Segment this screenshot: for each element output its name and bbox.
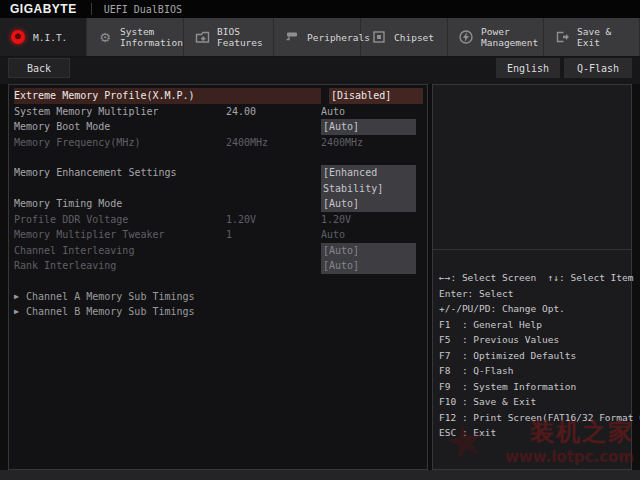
tab-label: Chipset bbox=[394, 32, 434, 43]
setting-mid-value bbox=[226, 88, 321, 104]
firmware-title: UEFI DualBIOS bbox=[92, 4, 182, 15]
setting-label: Memory Enhancement Settings bbox=[14, 165, 226, 181]
setting-mid-value: 2400MHz bbox=[226, 135, 321, 151]
toolbar: Back English Q-Flash bbox=[0, 57, 640, 84]
title-bar: GIGABYTE UEFI DualBIOS bbox=[0, 0, 640, 18]
tab-power-management[interactable]: Power Management bbox=[448, 18, 544, 56]
setting-value-field[interactable]: Auto bbox=[321, 104, 416, 120]
help-line: ←→: Select Screen ↑↓: Select Item bbox=[439, 270, 625, 286]
setting-row-memory-enhancement[interactable]: Memory Enhancement Settings [Enhanced St… bbox=[9, 165, 427, 196]
back-button[interactable]: Back bbox=[8, 58, 70, 78]
setting-label: Extreme Memory Profile(X.M.P.) bbox=[14, 88, 226, 104]
setting-value-field[interactable]: [Auto] bbox=[321, 196, 416, 212]
folder-plus-icon bbox=[194, 29, 210, 45]
setting-row-memory-boot-mode[interactable]: Memory Boot Mode [Auto] bbox=[9, 119, 427, 135]
help-line: F9 : System Information bbox=[439, 379, 625, 395]
setting-row-xmp[interactable]: Extreme Memory Profile(X.M.P.) [Disabled… bbox=[9, 88, 427, 104]
submenu-label: Channel B Memory Sub Timings bbox=[26, 304, 195, 320]
setting-mid-value: 24.00 bbox=[226, 104, 321, 120]
setting-value-field[interactable]: [Enhanced Stability] bbox=[321, 165, 416, 196]
gear-icon: ⚙ bbox=[97, 29, 113, 45]
setting-row-system-memory-multiplier[interactable]: System Memory Multiplier 24.00 Auto bbox=[9, 104, 427, 120]
exit-icon bbox=[554, 29, 570, 45]
help-line: F5 : Previous Values bbox=[439, 332, 625, 348]
submenu-arrow-icon: ▶ bbox=[14, 304, 26, 320]
setting-row-memory-frequency: Memory Frequency(MHz) 2400MHz 2400MHz bbox=[9, 135, 427, 151]
submenu-arrow-icon: ▶ bbox=[14, 289, 26, 305]
tab-label: Power Management bbox=[481, 26, 538, 48]
help-line: F10 : Save & Exit bbox=[439, 394, 625, 410]
setting-label: Channel Interleaving bbox=[14, 243, 226, 259]
setting-label: System Memory Multiplier bbox=[14, 104, 226, 120]
help-line: Enter: Select bbox=[439, 286, 625, 302]
tab-label: BIOS Features bbox=[217, 26, 267, 48]
setting-row-memory-multiplier-tweaker: Memory Multiplier Tweaker 1 Auto bbox=[9, 227, 427, 243]
tab-bios-features[interactable]: BIOS Features bbox=[184, 18, 274, 56]
help-line: F8 : Q-Flash bbox=[439, 363, 625, 379]
setting-row-memory-timing-mode[interactable]: Memory Timing Mode [Auto] bbox=[9, 196, 427, 212]
setting-row-channel-interleaving: Channel Interleaving [Auto] bbox=[9, 243, 427, 259]
setting-value-field: [Auto] bbox=[321, 243, 416, 259]
help-panel: ←→: Select Screen ↑↓: Select Item Enter:… bbox=[432, 84, 632, 470]
setting-label: Memory Multiplier Tweaker bbox=[14, 227, 226, 243]
setting-mid-value: 1 bbox=[226, 227, 321, 243]
submenu-channel-a-sub-timings[interactable]: ▶ Channel A Memory Sub Timings bbox=[9, 289, 427, 305]
setting-value-field[interactable]: [Disabled] bbox=[329, 88, 423, 104]
tab-system-information[interactable]: ⚙ System Information bbox=[87, 18, 184, 56]
setting-value-field: 1.20V bbox=[321, 212, 416, 228]
help-line: F12 : Print Screen(FAT16/32 Format Only) bbox=[439, 410, 625, 426]
setting-label: Profile DDR Voltage bbox=[14, 212, 226, 228]
help-line: F1 : General Help bbox=[439, 317, 625, 333]
top-tab-bar: M.I.T. ⚙ System Information BIOS Feature… bbox=[0, 18, 640, 57]
key-legend: ←→: Select Screen ↑↓: Select Item Enter:… bbox=[433, 250, 631, 441]
setting-value-field: Auto bbox=[321, 227, 416, 243]
row-spacer bbox=[9, 274, 427, 289]
setting-value-field: [Auto] bbox=[321, 258, 416, 274]
item-description-area bbox=[433, 85, 631, 250]
submenu-channel-b-sub-timings[interactable]: ▶ Channel B Memory Sub Timings bbox=[9, 304, 427, 320]
red-led-icon bbox=[10, 29, 26, 45]
setting-label: Memory Timing Mode bbox=[14, 196, 226, 212]
tab-label: M.I.T. bbox=[33, 32, 67, 43]
help-line: F7 : Optimized Defaults bbox=[439, 348, 625, 364]
tab-peripherals[interactable]: Peripherals bbox=[274, 18, 361, 56]
tab-chipset[interactable]: Chipset bbox=[361, 18, 448, 56]
help-line: +/-/PU/PD: Change Opt. bbox=[439, 301, 625, 317]
setting-label: Memory Frequency(MHz) bbox=[14, 135, 226, 151]
bottom-strip bbox=[0, 470, 640, 480]
tab-mit[interactable]: M.I.T. bbox=[0, 18, 87, 56]
setting-mid-value: 1.20V bbox=[226, 212, 321, 228]
setting-row-rank-interleaving: Rank Interleaving [Auto] bbox=[9, 258, 427, 274]
lightning-icon bbox=[458, 29, 474, 45]
setting-label: Memory Boot Mode bbox=[14, 119, 226, 135]
qflash-button[interactable]: Q-Flash bbox=[564, 58, 632, 78]
setting-value-field[interactable]: [Auto] bbox=[321, 119, 416, 135]
gigabyte-logo: GIGABYTE bbox=[0, 2, 91, 16]
help-line: ESC : Exit bbox=[439, 425, 625, 441]
submenu-label: Channel A Memory Sub Timings bbox=[26, 289, 195, 305]
camera-icon bbox=[284, 29, 300, 45]
row-spacer bbox=[9, 150, 427, 165]
tab-save-exit[interactable]: Save & Exit bbox=[544, 18, 640, 56]
chip-icon bbox=[371, 29, 387, 45]
setting-label: Rank Interleaving bbox=[14, 258, 226, 274]
tab-label: Save & Exit bbox=[577, 26, 633, 48]
language-button[interactable]: English bbox=[496, 58, 560, 78]
setting-value-field: 2400MHz bbox=[321, 135, 416, 151]
tab-label: System Information bbox=[120, 26, 183, 48]
settings-panel: Extreme Memory Profile(X.M.P.) [Disabled… bbox=[8, 84, 428, 470]
setting-row-profile-ddr-voltage: Profile DDR Voltage 1.20V 1.20V bbox=[9, 212, 427, 228]
